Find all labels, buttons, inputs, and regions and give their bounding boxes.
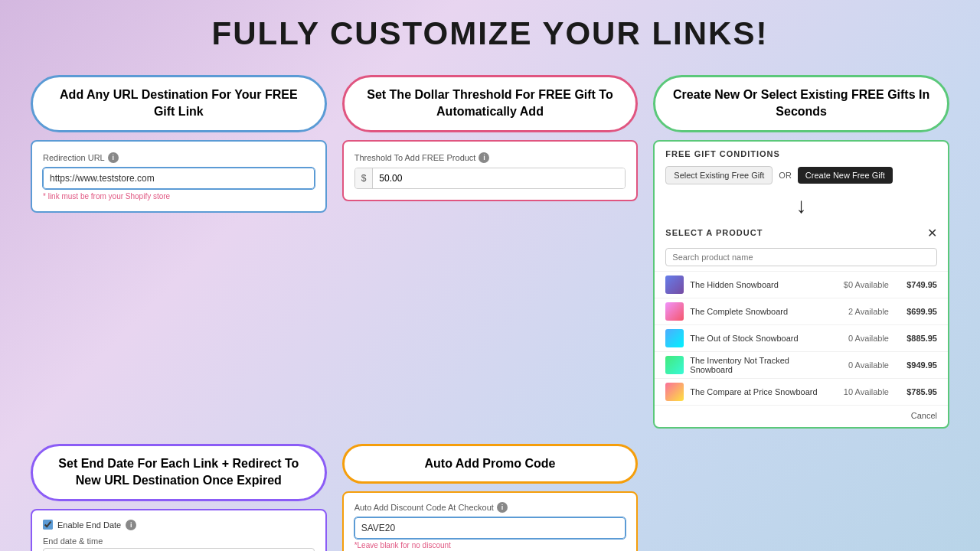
empty-column xyxy=(653,444,949,551)
select-product-label: SELECT A PRODUCT xyxy=(665,228,763,237)
dollar-threshold-section: Set The Dollar Threshold For FREE Gift T… xyxy=(342,75,639,429)
promo-code-section: Auto Add Promo Code Auto Add Discount Co… xyxy=(342,444,639,551)
product-search-input[interactable] xyxy=(665,248,937,266)
product-name: The Inventory Not Tracked Snowboard xyxy=(690,356,829,374)
product-price: $949.95 xyxy=(895,360,937,370)
dollar-threshold-card: Threshold To Add FREE Product i $ xyxy=(342,140,639,201)
free-gifts-card: FREE GIFT CONDITIONS Select Existing Fre… xyxy=(653,140,949,429)
product-price: $885.95 xyxy=(895,334,937,343)
product-price: $749.95 xyxy=(895,280,937,289)
product-availability: $0 Available xyxy=(835,280,889,289)
arrow-down-icon: ↓ xyxy=(655,191,948,221)
select-existing-gift-button[interactable]: Select Existing Free Gift xyxy=(665,166,773,184)
close-product-select-button[interactable]: ✕ xyxy=(927,226,937,240)
enable-end-date-row: Enable End Date i xyxy=(43,520,315,530)
url-destination-input[interactable] xyxy=(43,168,315,189)
date-field-label: End date & time xyxy=(43,536,315,546)
product-availability: 0 Available xyxy=(835,334,889,343)
url-destination-section: Add Any URL Destination For Your FREE Gi… xyxy=(31,75,327,429)
gift-buttons-row: Select Existing Free Gift OR Create New … xyxy=(655,163,948,191)
product-availability: 10 Available xyxy=(835,387,889,396)
product-thumb xyxy=(665,276,684,294)
promo-field-label: Auto Add Discount Code At Checkout i xyxy=(354,502,626,513)
product-thumb xyxy=(665,356,684,374)
url-hint-text: * link must be from your Shopify store xyxy=(43,192,315,201)
threshold-input[interactable] xyxy=(373,168,625,188)
product-price: $785.95 xyxy=(895,387,937,396)
product-item[interactable]: The Complete Snowboard 2 Available $699.… xyxy=(655,298,948,324)
product-thumb xyxy=(665,329,684,347)
product-item[interactable]: The Inventory Not Tracked Snowboard 0 Av… xyxy=(655,351,948,378)
product-list: The Hidden Snowboard $0 Available $749.9… xyxy=(655,271,948,405)
or-text: OR xyxy=(779,171,792,180)
product-price: $699.95 xyxy=(895,307,937,316)
promo-code-input[interactable] xyxy=(354,517,626,539)
cancel-button[interactable]: Cancel xyxy=(911,411,937,420)
threshold-info-icon: i xyxy=(479,152,489,163)
product-name: The Hidden Snowboard xyxy=(690,280,829,289)
product-thumb xyxy=(665,383,684,401)
end-date-section: Set End Date For Each Link + Redirect To… xyxy=(31,444,327,551)
dollar-prefix: $ xyxy=(355,168,374,188)
page-title: FULLY CUSTOMIZE YOUR LINKS! xyxy=(212,15,769,52)
enable-end-date-checkbox[interactable] xyxy=(43,520,53,530)
enable-end-date-text: Enable End Date xyxy=(57,520,121,530)
free-gifts-label: Create New Or Select Existing FREE Gifts… xyxy=(653,75,949,132)
gift-conditions-header: FREE GIFT CONDITIONS xyxy=(655,142,948,163)
promo-code-label: Auto Add Promo Code xyxy=(342,444,639,484)
end-date-card: Enable End Date i End date & time Select… xyxy=(31,509,327,551)
product-item[interactable]: The Out of Stock Snowboard 0 Available $… xyxy=(655,324,948,351)
end-date-label: Set End Date For Each Link + Redirect To… xyxy=(31,444,327,501)
product-thumb xyxy=(665,302,684,321)
product-item[interactable]: The Compare at Price Snowboard 10 Availa… xyxy=(655,378,948,405)
select-product-header: SELECT A PRODUCT ✕ xyxy=(655,221,948,245)
product-availability: 2 Available xyxy=(835,307,889,316)
url-info-icon: i xyxy=(108,152,119,163)
promo-hint-text: *Leave blank for no discount xyxy=(354,541,626,549)
create-new-gift-button[interactable]: Create New Free Gift xyxy=(798,167,893,184)
end-date-info-icon: i xyxy=(126,520,136,530)
dollar-threshold-label: Set The Dollar Threshold For FREE Gift T… xyxy=(342,75,639,132)
product-name: The Complete Snowboard xyxy=(690,307,829,316)
dollar-input-wrap: $ xyxy=(354,168,626,189)
product-name: The Compare at Price Snowboard xyxy=(690,387,829,396)
product-item[interactable]: The Hidden Snowboard $0 Available $749.9… xyxy=(655,271,948,298)
threshold-field-label: Threshold To Add FREE Product i xyxy=(354,152,626,163)
promo-code-card: Auto Add Discount Code At Checkout i *Le… xyxy=(342,491,639,551)
url-destination-field-label: Redirection URL i xyxy=(43,152,315,163)
end-date-input[interactable] xyxy=(43,548,315,551)
promo-info-icon: i xyxy=(497,502,508,513)
url-destination-label: Add Any URL Destination For Your FREE Gi… xyxy=(31,75,327,132)
product-name: The Out of Stock Snowboard xyxy=(690,334,829,343)
cancel-row: Cancel xyxy=(655,405,948,427)
free-gifts-section: Create New Or Select Existing FREE Gifts… xyxy=(653,75,949,429)
url-destination-card: Redirection URL i * link must be from yo… xyxy=(31,140,327,213)
product-availability: 0 Available xyxy=(835,360,889,370)
